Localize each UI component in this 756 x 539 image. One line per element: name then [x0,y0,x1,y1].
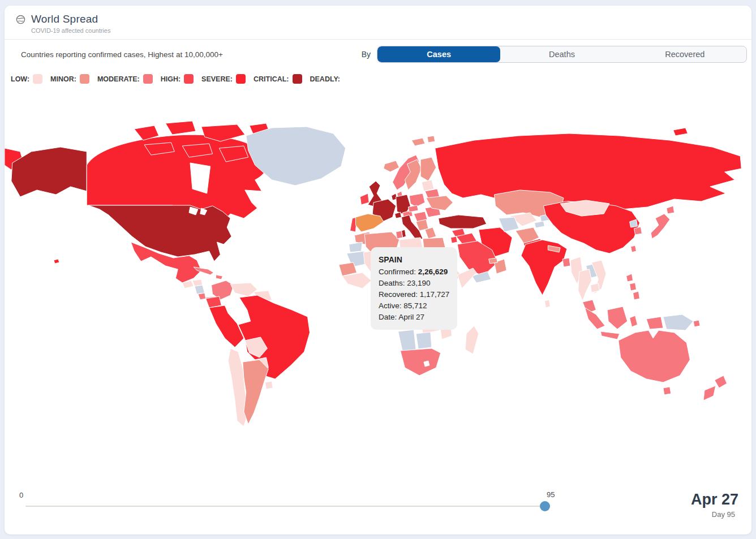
legend-swatch-severe [236,74,246,84]
current-day: Day 95 [712,510,735,519]
map-region-japan[interactable] [651,214,670,239]
map-region-tajikistan[interactable] [535,221,545,228]
map-region-new-zealand[interactable] [715,376,727,388]
map-region-hispaniola[interactable] [216,275,222,279]
map-region-spain-hovered[interactable] [355,214,383,232]
map-region-russia[interactable] [435,133,741,209]
severity-legend: LOW: MINOR: MODERATE: HIGH: SEVERE: CRIT… [11,74,343,84]
map-region-taiwan[interactable] [631,245,637,252]
metric-controls: By Cases Deaths Recovered [362,46,747,63]
map-region-west-papua[interactable] [646,317,663,329]
map-region-usa[interactable] [88,205,231,261]
map-region-greece[interactable] [425,227,436,239]
globe-icon [16,15,25,24]
country-tooltip: SPAIN Confirmed: 2,26,629 Deaths: 23,190… [371,247,457,330]
map-region-cambodia[interactable] [590,283,599,292]
metric-segmented-control: Cases Deaths Recovered [377,46,747,63]
tooltip-row-active: Active: 85,712 [379,300,449,312]
current-date: Apr 27 [691,491,738,508]
tooltip-row-deaths: Deaths: 23,190 [379,278,449,289]
map-region-sri-lanka[interactable] [544,300,550,308]
map-region-tasmania[interactable] [663,387,671,395]
timeline-slider-handle[interactable] [540,501,550,511]
legend-label-deadly: DEADLY: [310,75,340,83]
by-label: By [362,50,371,59]
map-region-russian-islands[interactable] [673,128,688,136]
map-region-japan[interactable] [667,206,675,214]
map-region-thailand[interactable] [578,269,592,301]
map-region-venezuela[interactable] [230,283,257,296]
map-region-western-sahara[interactable] [349,242,363,252]
map-region-argentina[interactable] [243,360,268,424]
legend-swatch-minor [80,74,89,84]
map-region-madagascar[interactable] [465,326,479,354]
page-title: World Spread [31,13,98,25]
map-region-uae[interactable] [489,258,498,264]
map-region-greenland[interactable] [246,127,346,186]
tab-deaths[interactable]: Deaths [500,46,623,62]
map-region-tunisia[interactable] [396,231,403,239]
map-region-lesotho [424,361,429,366]
map-region-uruguay[interactable] [265,381,273,389]
map-region-philippines[interactable] [630,283,637,291]
tab-cases[interactable]: Cases [377,46,500,62]
map-region-botswana[interactable] [416,332,432,349]
legend-label-critical: CRITICAL: [254,75,289,83]
tooltip-row-date: Date: April 27 [379,312,449,323]
map-region-south-korea[interactable] [634,227,642,235]
map-region-peru[interactable] [209,305,244,347]
map-region-svalbard[interactable] [427,136,435,143]
map-region-svalbard[interactable] [411,138,425,146]
timeline-min-label: 0 [19,491,23,499]
legend-label-minor: MINOR: [50,75,76,83]
map-region-hawaii[interactable] [54,259,59,264]
map-region-alaska[interactable] [11,147,87,197]
tooltip-row-confirmed: Confirmed: 2,26,629 [379,266,449,278]
map-region-borneo[interactable] [607,307,628,329]
card-header: World Spread COVID-19 affected countries [5,6,751,40]
map-region-west-africa[interactable] [342,273,371,288]
tooltip-row-recovered: Recovered: 1,17,727 [379,289,449,300]
tooltip-country-name: SPAIN [379,254,449,265]
map-caption: Countries reporting confirmed cases, Hig… [21,50,223,59]
map-region-south-africa[interactable] [401,348,441,376]
legend-label-low: LOW: [11,75,29,83]
timeline-slider-track[interactable] [25,506,545,507]
map-region-jordan[interactable] [450,236,457,243]
map-region-indonesia[interactable] [630,316,638,327]
map-region-namibia[interactable] [398,330,416,352]
map-region-australia[interactable] [618,330,690,382]
map-region-new-zealand[interactable] [703,386,716,400]
map-region-philippines[interactable] [633,291,640,300]
timeline-value-label: 95 [547,490,555,499]
legend-swatch-moderate [143,74,153,84]
tab-recovered[interactable]: Recovered [624,46,746,62]
map-region-indonesia[interactable] [585,308,605,329]
legend-swatch-critical [293,74,302,84]
current-date-box: Apr 27 Day 95 [691,491,738,519]
map-region-finland[interactable] [420,157,436,181]
map-region-nicaragua[interactable] [195,285,205,294]
map-region-bangladesh[interactable] [562,258,570,267]
map-region-turkey[interactable] [439,215,487,228]
map-water-hudson-bay [190,163,211,193]
map-region-papua-new-guinea[interactable] [663,314,693,330]
page: { "header": { "title": "World Spread", "… [0,0,756,539]
legend-label-severe: SEVERE: [201,75,233,83]
map-region-baltics[interactable] [422,180,434,191]
legend-swatch-high [184,74,194,84]
legend-label-high: HIGH: [161,75,181,83]
map-region-philippines[interactable] [626,274,633,282]
map-region-iceland[interactable] [384,161,400,172]
map-region-ireland[interactable] [360,193,369,205]
map-region-costa-rica[interactable] [198,293,206,300]
map-region-indonesia[interactable] [600,331,620,339]
world-spread-card: World Spread COVID-19 affected countries… [5,6,751,534]
map-region-poland[interactable] [409,193,425,207]
page-subtitle: COVID-19 affected countries [31,27,751,34]
legend-swatch-low [33,74,42,84]
legend-label-moderate: MODERATE: [97,75,140,83]
map-region-switzerland[interactable] [395,212,402,218]
map-region-png-islands[interactable] [693,320,700,327]
map-region-arctic-island[interactable] [166,121,196,135]
